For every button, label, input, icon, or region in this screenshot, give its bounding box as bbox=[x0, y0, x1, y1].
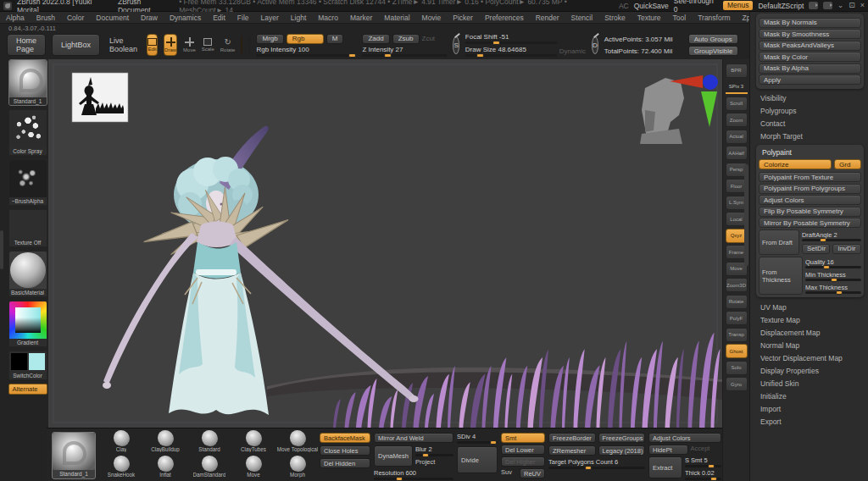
suv-button[interactable]: Suv bbox=[501, 468, 518, 478]
polypaint-button[interactable]: Mirror By Posable Symmetry bbox=[759, 218, 861, 228]
menu-item[interactable]: Texture bbox=[632, 14, 667, 22]
selected-brush-thumbnail[interactable]: Standard_1 bbox=[52, 432, 96, 479]
draw-size-slider[interactable]: Draw Size 48.64685 bbox=[465, 46, 557, 57]
close-holes-button[interactable]: Close Holes bbox=[320, 445, 370, 456]
polypaint-button[interactable]: Adjust Colors bbox=[759, 195, 861, 205]
subpalette-header[interactable]: Morph Target bbox=[750, 130, 868, 143]
polypaint-header[interactable]: Polypaint bbox=[759, 147, 861, 158]
masking-button[interactable]: Mask By Smoothness bbox=[759, 29, 861, 39]
masking-button[interactable]: Apply bbox=[759, 75, 861, 85]
alpha-selector[interactable]: ~BrushAlpha bbox=[8, 159, 47, 206]
divide-button[interactable]: Divide bbox=[457, 446, 498, 473]
menu-item[interactable]: Light bbox=[285, 14, 312, 22]
rotate-button[interactable]: ↻ Rotate bbox=[220, 34, 236, 56]
rgb-button[interactable]: Rgb bbox=[287, 34, 324, 44]
menu-item[interactable]: Material bbox=[378, 14, 415, 22]
zremesher-button[interactable]: ZRemesher bbox=[548, 445, 596, 456]
menu-item[interactable]: Zplugin bbox=[737, 14, 749, 22]
grd-button[interactable]: Grd bbox=[834, 159, 861, 169]
load-config-icon[interactable] bbox=[823, 2, 832, 9]
right-shelf-button[interactable]: Gyro bbox=[726, 377, 748, 391]
switch-color-widget[interactable]: SwitchColor bbox=[8, 351, 47, 380]
backface-mask-button[interactable]: BackfaceMask bbox=[320, 433, 370, 443]
restore-button[interactable]: ⊡ bbox=[849, 2, 855, 9]
brush-quick-item[interactable]: Morph bbox=[275, 456, 320, 481]
polypaint-button[interactable]: Polypaint From Polygroups bbox=[759, 184, 861, 194]
zcut-button[interactable]: Zcut bbox=[422, 35, 436, 42]
secondary-color-swatch[interactable] bbox=[29, 353, 45, 370]
target-polygons-slider[interactable]: Target Polygons Count 6 bbox=[548, 458, 645, 469]
move-button[interactable]: Move bbox=[183, 34, 196, 56]
brush-quick-item[interactable]: Clay bbox=[99, 430, 143, 456]
lightbox-button[interactable]: LightBox bbox=[52, 34, 100, 56]
right-shelf-button[interactable]: PolyF bbox=[726, 311, 748, 325]
texture-selector[interactable]: Texture Off bbox=[8, 209, 47, 247]
reuv-button[interactable]: ReUV bbox=[520, 468, 545, 478]
focal-shift-slider[interactable]: Focal Shift -51 bbox=[465, 33, 557, 44]
m-button[interactable]: M bbox=[326, 34, 344, 44]
menu-item[interactable]: Draw bbox=[135, 14, 164, 22]
del-higher-button[interactable]: Del Higher bbox=[501, 456, 545, 467]
menu-item[interactable]: Document bbox=[90, 14, 135, 22]
minimize-button[interactable]: ⌄ bbox=[837, 2, 844, 9]
polypaint-button[interactable]: Flip By Posable Symmetry bbox=[759, 207, 861, 217]
camera-head-preview[interactable] bbox=[640, 78, 684, 144]
project-button[interactable]: Project bbox=[415, 458, 453, 466]
menu-item[interactable]: Preferences bbox=[479, 14, 530, 22]
subpalette-header[interactable]: Displacement Map bbox=[750, 326, 868, 339]
brush-quick-item[interactable]: Standard bbox=[187, 430, 231, 456]
zsub-button[interactable]: Zsub bbox=[392, 34, 420, 44]
close-button[interactable]: × bbox=[860, 2, 865, 9]
document-canvas[interactable] bbox=[48, 59, 722, 428]
material-selector[interactable]: BasicMaterial bbox=[8, 251, 47, 297]
brush-quick-item[interactable]: SnakeHook bbox=[99, 456, 143, 481]
right-shelf-button[interactable]: Solo bbox=[726, 361, 748, 375]
menus-button[interactable]: Menus bbox=[723, 1, 754, 10]
right-shelf-button[interactable]: Zoom3D bbox=[726, 278, 748, 292]
smt-button[interactable]: Smt bbox=[501, 433, 545, 443]
right-shelf-button[interactable]: Rotate bbox=[726, 295, 748, 309]
brush-quick-item[interactable]: Move bbox=[231, 456, 275, 481]
home-page-button[interactable]: Home Page bbox=[7, 34, 46, 56]
z-intensity-slider[interactable]: Z Intensity 27 bbox=[362, 46, 447, 57]
from-draft-button[interactable]: From Draft bbox=[759, 229, 799, 255]
color-picker[interactable]: Gradient bbox=[8, 301, 47, 347]
brush-quick-item[interactable]: Move Topological bbox=[275, 430, 320, 456]
menu-item[interactable]: Tool bbox=[667, 14, 693, 22]
from-thickness-button[interactable]: From Thickness bbox=[759, 257, 803, 295]
subpalette-header[interactable]: UV Map bbox=[750, 301, 868, 313]
live-boolean-button[interactable]: Live Boolean bbox=[106, 36, 141, 53]
polypaint-button[interactable]: Polypaint From Texture bbox=[759, 172, 861, 182]
resolution-slider[interactable]: Resolution 600 bbox=[374, 469, 453, 480]
panel-scrollbar[interactable] bbox=[744, 164, 748, 266]
group-visible-button[interactable]: GroupVisible bbox=[688, 46, 739, 56]
menu-item[interactable]: Render bbox=[530, 14, 565, 22]
masking-button[interactable]: Mask By Color bbox=[759, 52, 861, 62]
dynamesh-button[interactable]: DynaMesh bbox=[374, 445, 413, 467]
menu-item[interactable]: Marker bbox=[344, 14, 378, 22]
menu-item[interactable]: Picker bbox=[447, 14, 479, 22]
rgb-intensity-slider[interactable]: Rgb Intensity 100 bbox=[256, 46, 356, 57]
menu-item[interactable]: Edit bbox=[207, 14, 231, 22]
min-thickness-slider[interactable]: Min Thickness bbox=[805, 271, 861, 281]
freeze-groups-button[interactable]: FreezeGroups bbox=[598, 433, 646, 443]
subpalette-header[interactable]: Import bbox=[750, 402, 868, 415]
stroke-selector[interactable]: Color Spray bbox=[8, 109, 47, 156]
dynamic-toggle[interactable]: Dynamic bbox=[559, 47, 586, 55]
right-shelf-button[interactable]: Scroll bbox=[726, 97, 748, 111]
max-thickness-slider[interactable]: Max Thickness bbox=[805, 284, 861, 294]
right-shelf-button[interactable]: SPix 3 bbox=[726, 80, 748, 94]
brush-quick-item[interactable]: DamStandard bbox=[187, 456, 231, 481]
right-shelf-button[interactable]: Ghost bbox=[726, 344, 748, 358]
right-shelf-button[interactable]: Zoom bbox=[726, 113, 748, 127]
menu-item[interactable]: Stencil bbox=[565, 14, 599, 22]
alternate-button[interactable]: Alternate bbox=[8, 384, 47, 395]
mirror-and-weld-button[interactable]: Mirror And Weld bbox=[374, 433, 453, 443]
menu-item[interactable]: Macro bbox=[312, 14, 344, 22]
right-shelf-button[interactable]: BPR bbox=[726, 64, 748, 78]
left-shelf-scrollbar[interactable] bbox=[0, 230, 3, 269]
accept-button[interactable]: Accept bbox=[691, 445, 722, 455]
subpalette-header[interactable]: Unified Skin bbox=[750, 377, 868, 390]
subpalette-header[interactable]: Polygroups bbox=[750, 105, 868, 118]
invdir-button[interactable]: InvDir bbox=[832, 244, 861, 254]
